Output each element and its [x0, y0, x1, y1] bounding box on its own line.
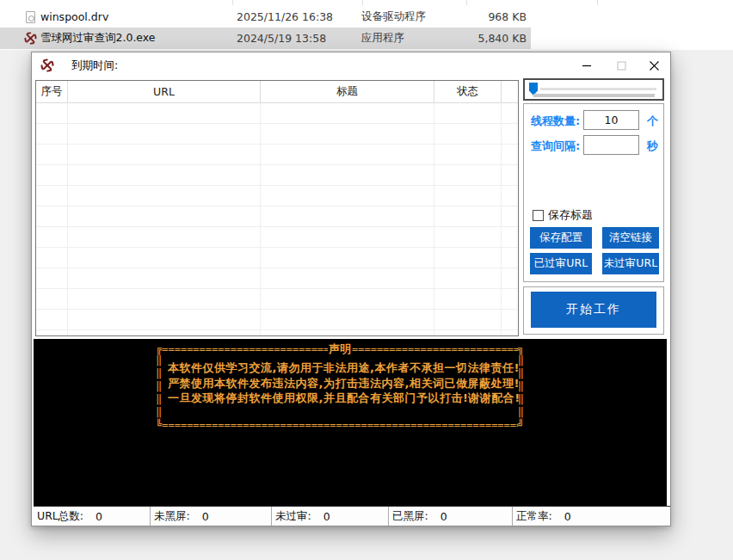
slider-channel [533, 94, 655, 97]
maximize-button[interactable] [607, 52, 636, 78]
query-interval-row: 查询间隔: 秒 [524, 135, 663, 156]
disclaimer-bottom-border: ╚ ======================================… [156, 419, 524, 431]
grid-line [501, 103, 502, 335]
disclaimer-line: 本软件仅供学习交流,请勿用于非法用途,本作者不承担一切法律责任! [168, 360, 512, 376]
disclaimer-line: 严禁使用本软件发布违法内容,为打击违法内容,相关词已做屏蔽处理! [168, 376, 512, 391]
settings-group: 线程数量: 个 查询间隔: 秒 保存标题 保存配置 清空链接 已过审URL 未过… [523, 103, 664, 282]
status-value: 0 [202, 510, 209, 523]
query-interval-unit: 秒 [647, 138, 658, 154]
disclaimer-line: 一旦发现将停封软件使用权限,并且配合有关部门予以打击!谢谢配合! [168, 391, 512, 406]
status-normal-rate: 正常率: 0 [513, 507, 670, 526]
speed-slider-group [523, 78, 664, 101]
window-title: 到期时间: [71, 58, 118, 73]
column-header-url[interactable]: URL [68, 81, 261, 103]
status-url-total: URL总数: 0 [34, 507, 151, 526]
grid-line [260, 103, 261, 335]
unapproved-url-button[interactable]: 未过审URL [602, 253, 659, 274]
slider-track[interactable] [540, 88, 656, 90]
file-name: winspool.drv [40, 10, 108, 23]
clear-links-button[interactable]: 清空链接 [602, 227, 659, 249]
grid-line [67, 103, 68, 335]
status-not-blackscreen: 未黑屏: 0 [151, 507, 272, 526]
title-bar[interactable]: 到期时间: [32, 52, 670, 78]
status-value: 0 [440, 510, 447, 523]
disclaimer-text: 本软件仅供学习交流,请勿用于非法用途,本作者不承担一切法律责任! 严禁使用本软件… [168, 360, 512, 406]
column-header-index[interactable]: 序号 [36, 81, 68, 103]
column-divider [232, 0, 233, 5]
query-interval-input[interactable] [583, 135, 639, 155]
approved-url-button[interactable]: 已过审URL [530, 253, 592, 274]
thread-count-label: 线程数量: [531, 114, 580, 129]
file-size: 968 KB [430, 10, 527, 23]
file-row-exe-selected[interactable]: 雪球网过审查询2.0.exe 2024/5/19 13:58 应用程序 5,84… [0, 28, 531, 49]
column-divider [466, 0, 467, 5]
status-value: 0 [95, 510, 102, 523]
file-name: 雪球网过审查询2.0.exe [40, 31, 156, 46]
start-group: 开始工作 [523, 286, 664, 335]
query-interval-label: 查询间隔: [531, 138, 580, 154]
save-title-checkbox[interactable] [533, 210, 544, 221]
thread-count-unit: 个 [647, 114, 658, 129]
file-date: 2024/5/19 13:58 [237, 32, 326, 45]
status-not-approved: 未过审: 0 [272, 507, 389, 526]
save-config-button[interactable]: 保存配置 [530, 227, 592, 249]
column-divider [362, 0, 363, 5]
url-table[interactable]: 序号 URL 标题 状态 [35, 80, 519, 336]
status-bar: URL总数: 0 未黑屏: 0 未过审: 0 已黑屏: 0 正常率: 0 [34, 506, 670, 526]
minimize-button[interactable] [572, 52, 601, 78]
pinwheel-app-icon [40, 58, 54, 72]
table-header: 序号 URL 标题 状态 [36, 81, 518, 103]
disclaimer-left-border: ‖ ‖ ‖ ‖ ‖ [156, 354, 166, 419]
driver-file-icon [23, 10, 37, 24]
close-icon [649, 60, 660, 71]
disclaimer-top-border: ╔ ======================================… [156, 343, 524, 355]
thread-count-row: 线程数量: 个 [524, 110, 663, 131]
column-divider [597, 0, 598, 5]
table-body-empty[interactable] [36, 103, 518, 335]
pinwheel-app-icon [23, 32, 37, 46]
status-value: 0 [564, 510, 571, 523]
close-button[interactable] [639, 52, 668, 78]
column-header-filler [502, 81, 518, 103]
disclaimer-box: ╔ ======================================… [156, 343, 524, 431]
column-header-status[interactable]: 状态 [434, 81, 502, 103]
file-date: 2025/11/26 16:38 [237, 10, 333, 23]
file-size: 5,840 KB [430, 32, 527, 45]
save-title-option[interactable]: 保存标题 [533, 207, 593, 223]
thread-count-input[interactable] [583, 110, 639, 130]
file-explorer-strip: winspool.drv 2025/11/26 16:38 设备驱动程序 968… [0, 0, 733, 50]
maximize-icon [617, 61, 626, 71]
grid-line [434, 103, 434, 335]
minimize-icon [582, 60, 592, 71]
disclaimer-title: 声明 [328, 343, 352, 355]
status-blackscreen: 已黑屏: 0 [389, 507, 513, 526]
file-type: 设备驱动程序 [361, 9, 426, 24]
file-row-winspool[interactable]: winspool.drv 2025/11/26 16:38 设备驱动程序 968… [0, 6, 531, 28]
status-value: 0 [323, 510, 330, 523]
file-type: 应用程序 [361, 31, 404, 46]
save-title-label: 保存标题 [548, 207, 593, 223]
console-area: ╔ ======================================… [34, 339, 667, 506]
column-header-title[interactable]: 标题 [261, 81, 434, 103]
start-work-button[interactable]: 开始工作 [531, 292, 656, 328]
app-window: 到期时间: 序号 URL 标题 状态 [31, 52, 671, 526]
